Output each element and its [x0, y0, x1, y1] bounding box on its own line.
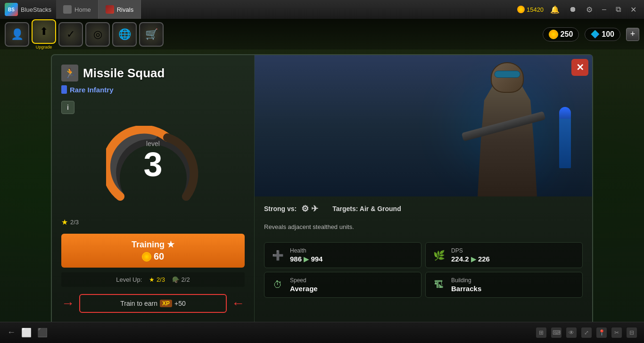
building-info: Building Barracks	[451, 277, 481, 293]
building-label: Building	[451, 277, 481, 284]
ability-text: Reveals adjacent stealthed units.	[264, 221, 583, 233]
dps-values: 224.2 ▶ 226	[451, 255, 490, 263]
diamond-icon	[591, 30, 599, 39]
xp-notice-wrapper: → Train to earn XP +50 ←	[61, 294, 245, 313]
stats-area: Strong vs: ⚙ ✈ Targets: Air & Ground Rev…	[255, 196, 592, 331]
rivals-tab-icon	[106, 5, 114, 14]
building-icon: 🏗	[431, 278, 446, 293]
expand-icon[interactable]: ⤢	[581, 327, 592, 338]
stats-grid: ➕ Health 986 ▶ 994	[264, 242, 583, 298]
game-topbar: 👤 ⬆ Upgrade ✓ ◎ 🌐 🛒 250 100 +	[0, 19, 644, 49]
level-up-stars: ★ 2/3	[149, 276, 165, 283]
add-currency-button[interactable]: +	[626, 28, 639, 41]
strong-vs-row: Strong vs: ⚙ ✈ Targets: Air & Ground	[264, 204, 583, 214]
notification-icon[interactable]: 🔔	[547, 4, 562, 15]
health-label: Health	[290, 247, 322, 254]
grid-view-icon[interactable]: ⊞	[536, 327, 546, 338]
titlebar-coins: 15420	[517, 6, 544, 13]
titlebar-coin-amount: 15420	[527, 6, 544, 13]
nav-btn-world[interactable]: 🌐	[112, 22, 137, 47]
soldier-body	[474, 83, 540, 196]
health-icon: ➕	[270, 248, 285, 263]
nav-btn-soldiers[interactable]: 👤	[5, 22, 29, 47]
cut-icon[interactable]: ✂	[611, 327, 622, 338]
nav-icon-check: ✓	[58, 22, 83, 47]
building-values: Barracks	[451, 285, 481, 293]
close-dialog-button[interactable]: ✕	[571, 59, 588, 76]
train-button-cost: 60	[71, 251, 235, 262]
taskbar-left: ← ⬜ ⬛	[7, 327, 48, 338]
currency-bar: 250 100 +	[543, 27, 639, 41]
recent-icon[interactable]: ⬛	[37, 327, 48, 338]
settings-icon[interactable]: ⚙	[583, 4, 595, 15]
nav-label-upgrade: Upgrade	[36, 45, 52, 49]
record-icon[interactable]: ⏺	[566, 4, 579, 15]
train-button[interactable]: Training ★ 60	[61, 234, 245, 268]
nav-btn-target[interactable]: ◎	[85, 22, 110, 47]
xp-notice: Train to earn XP +50	[79, 294, 227, 313]
unit-icon: 🏃	[61, 65, 78, 82]
tab-rivals[interactable]: Rivals	[99, 0, 141, 19]
info-button[interactable]: i	[61, 101, 74, 114]
soldier-figure	[441, 60, 573, 196]
keyboard-icon[interactable]: ⌨	[551, 327, 561, 338]
taskbar: ← ⬜ ⬛ ⊞ ⌨ 👁 ⤢ 📍 ✂ ⊟	[0, 322, 644, 343]
minimize-button[interactable]: –	[599, 4, 609, 15]
tab-home[interactable]: Home	[56, 0, 99, 19]
dps-icon: 🌿	[431, 248, 446, 263]
speed-icon: ⏱	[270, 278, 285, 293]
nav-btn-check[interactable]: ✓	[58, 22, 83, 47]
health-values: 986 ▶ 994	[290, 255, 322, 263]
diamond-display: 100	[585, 28, 620, 41]
nav-btn-upgrade[interactable]: ⬆ Upgrade	[32, 19, 56, 49]
level-up-row: Level Up: ★ 2/3 🪖 2/2	[61, 272, 245, 287]
xp-badge: XP	[160, 300, 172, 307]
close-window-button[interactable]: ✕	[627, 4, 639, 15]
unit-dialog: 🏃 Missile Squad Rare Infantry i	[51, 54, 593, 332]
nav-icon-upgrade: ⬆	[32, 19, 56, 44]
home-tab-icon	[63, 5, 72, 14]
dps-info: DPS 224.2 ▶ 226	[451, 247, 490, 263]
titlebar: BS BlueStacks Home Rivals 15420 🔔 ⏺ ⚙ – …	[0, 0, 644, 19]
nav-icon-soldiers: 👤	[5, 22, 29, 47]
arrow-left-icon: →	[61, 296, 74, 311]
titlebar-coin-icon	[517, 6, 525, 13]
train-button-label: Training ★	[71, 239, 235, 250]
restore-button[interactable]: ⧉	[613, 4, 624, 15]
stat-card-dps: 🌿 DPS 224.2 ▶ 226	[425, 242, 583, 268]
dialog-overlay: 🏃 Missile Squad Rare Infantry i	[0, 49, 644, 343]
titlebar-right: 15420 🔔 ⏺ ⚙ – ⧉ ✕	[517, 4, 644, 15]
strong-vs-label: Strong vs:	[264, 205, 297, 212]
eye-icon[interactable]: 👁	[566, 327, 577, 338]
right-panel: ✕	[255, 55, 592, 331]
speed-info: Speed Average	[290, 277, 318, 293]
gold-amount: 250	[561, 30, 573, 39]
stars-row: ★ 2/3	[61, 218, 245, 227]
app-name: BlueStacks	[21, 6, 51, 13]
level-up-troop: 🪖 2/2	[172, 276, 190, 283]
speed-values: Average	[290, 285, 318, 293]
back-icon[interactable]: ←	[7, 327, 16, 338]
nav-icon-target: ◎	[85, 22, 110, 47]
location-icon[interactable]: 📍	[596, 327, 607, 338]
dps-label: DPS	[451, 247, 490, 254]
unit-rarity-row: Rare Infantry	[61, 85, 245, 94]
nav-btn-shop[interactable]: 🛒	[139, 22, 164, 47]
app-logo: BS BlueStacks	[0, 3, 56, 16]
health-info: Health 986 ▶ 994	[290, 247, 322, 263]
collapse-icon[interactable]: ⊟	[627, 327, 637, 338]
unit-title-row: 🏃 Missile Squad	[61, 65, 245, 82]
home-icon[interactable]: ⬜	[21, 327, 32, 338]
targets-label: Targets: Air & Ground	[332, 205, 401, 212]
taskbar-right: ⊞ ⌨ 👁 ⤢ 📍 ✂ ⊟	[536, 327, 637, 338]
gold-display: 250	[543, 27, 579, 41]
speed-label: Speed	[290, 277, 318, 284]
rivals-tab-label: Rivals	[117, 6, 133, 13]
level-number: 3	[143, 147, 162, 181]
nav-icon-world: 🌐	[112, 22, 137, 47]
diamond-amount: 100	[602, 30, 614, 39]
strong-vs-icons: ⚙ ✈	[301, 204, 318, 214]
xp-amount: +50	[174, 300, 186, 307]
level-text: level 3	[143, 140, 162, 181]
missile-tip	[559, 107, 571, 119]
